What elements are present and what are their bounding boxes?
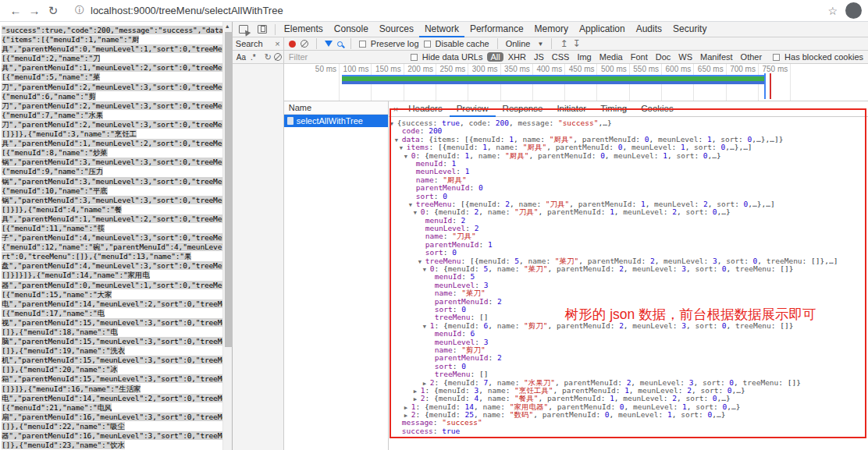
export-har-icon[interactable]: ↧ [572,38,580,49]
preserve-log-label: Preserve log [371,39,419,48]
throttling-dropdown[interactable]: Online [506,39,531,48]
page-scrollbar[interactable]: ▲ [222,22,232,450]
blocked-cookies-checkbox[interactable] [773,54,780,61]
address-bar[interactable]: ⓘ localhost:9000/treeMenu/selectAllWithT… [67,2,812,19]
detail-tab-headers[interactable]: Headers [401,101,449,117]
devtools-tab-audits[interactable]: Audits [631,22,667,37]
import-har-icon[interactable]: ↥ [560,38,567,49]
requests-column-header[interactable]: Name [284,101,388,115]
raw-json-line: 扇","parentMenuId":16,"meunLevel":3,"sort… [2,413,222,422]
page-info-icon[interactable]: ⓘ [75,4,84,17]
raw-json-line: {"items":[{"menuId":1,"name":"厨 [2,35,222,44]
raw-json-line: "success":true,"code":200,"message":"suc… [2,26,222,35]
detail-tab-preview[interactable]: Preview [450,101,496,117]
raw-json-line: [{"menuId":8,"name":"炒菜 [2,148,222,158]
hide-data-urls-checkbox[interactable] [411,54,418,61]
raw-json-line: 箱","parentMenuId":15,"meunLevel":3,"sort… [2,374,222,384]
raw-json-line: 器","parentMenuId":16,"meunLevel":3,"sort… [2,431,222,441]
filter-chip-ws[interactable]: WS [675,52,695,62]
filter-chip-manifest[interactable]: Manifest [697,52,736,62]
document-icon [287,117,293,125]
forward-button[interactable]: → [25,4,44,17]
devtools-tab-sources[interactable]: Sources [374,22,419,37]
disclosure-triangle-open-icon[interactable]: ▼ [390,120,397,128]
match-case-button[interactable]: Aa [237,53,246,62]
raw-json-line: [{"menuId":15,"name":"大家 [2,290,222,299]
raw-json-line: []},{"menuId":19,"name":"洗衣 [2,346,222,356]
filter-chip-font[interactable]: Font [628,52,651,62]
filter-funnel-icon[interactable] [325,41,333,47]
devtools-tab-memory[interactable]: Memory [529,22,574,37]
filter-chip-all[interactable]: All [487,52,503,62]
disclosure-triangle-open-icon[interactable]: ▼ [404,153,411,161]
raw-json-line: {"menuId":9,"name":"压力 [2,167,222,176]
disclosure-triangle-open-icon[interactable]: ▼ [423,323,430,331]
request-detail-pane: × HeadersPreviewResponseInitiatorTimingC… [389,101,868,450]
scrollbar-up-arrow-icon[interactable]: ▲ [223,22,232,31]
browser-window: ← → ↻ ⓘ localhost:9000/treeMenu/selectAl… [0,0,868,450]
search-icon[interactable] [337,41,343,47]
search-clear-icon[interactable] [274,53,282,61]
regex-button[interactable]: .* [251,53,256,62]
preview-expandable-line[interactable]: ▼0: {menuId: 1, name: "厨具", parentMenuId… [389,152,868,160]
raw-json-line: 具","parentMenuId":1,"meunLevel":2,"sort"… [2,63,222,73]
profile-avatar[interactable] [845,2,862,19]
clear-requests-icon[interactable] [301,40,308,48]
disclosure-triangle-open-icon[interactable]: ▼ [414,209,421,217]
detail-tab-cookies[interactable]: Cookies [634,101,681,117]
load-event-line [770,73,771,99]
devtools-tab-application[interactable]: Application [574,22,631,37]
raw-json-line: 机","parentMenuId":15,"meunLevel":3,"sort… [2,356,222,365]
bookmark-star-icon[interactable]: ☆ [827,5,838,17]
network-filter-bar: Hide data URLs AllXHRJSCSSImgMediaFontDo… [284,51,868,64]
detail-close-icon[interactable]: × [393,105,398,114]
browser-toolbar: ← → ↻ ⓘ localhost:9000/treeMenu/selectAl… [0,0,868,22]
divider [275,24,276,35]
raw-json-line: [{"menuId":21,"name":"电风 [2,403,222,413]
filter-chip-media[interactable]: Media [596,52,626,62]
scrollbar-thumb[interactable] [225,32,233,347]
filter-chip-css[interactable]: CSS [549,52,573,62]
devtools-tab-network[interactable]: Network [419,22,464,37]
timeline-tick: 50 ms [308,64,340,101]
detail-tab-timing[interactable]: Timing [593,101,634,117]
raw-json-line: 视","parentMenuId":15,"meunLevel":3,"sort… [2,318,222,328]
devtools-tab-console[interactable]: Console [329,22,374,37]
disclosure-triangle-open-icon[interactable]: ▼ [423,266,430,274]
devtools-tab-elements[interactable]: Elements [279,22,329,37]
record-button[interactable] [289,41,296,48]
inspect-element-icon[interactable] [239,25,248,34]
filter-chip-img[interactable]: Img [574,52,594,62]
devtools-tab-performance[interactable]: Performance [464,22,529,37]
chevron-down-icon: ▼ [537,41,543,48]
preview-line: message: "success" [389,419,868,427]
filter-chip-other[interactable]: Other [738,52,766,62]
back-button[interactable]: ← [6,4,25,17]
preserve-log-checkbox[interactable] [359,41,366,48]
detail-tab-response[interactable]: Response [496,101,550,117]
network-overview-timeline[interactable]: 50 ms100 ms150 ms200 ms250 ms300 ms350 m… [284,64,868,101]
disable-cache-label: Disable cache [436,39,489,48]
device-toolbar-icon[interactable] [258,25,267,34]
divider [497,38,498,49]
preview-expandable-line[interactable]: ▼{success: true, code: 200, message: "su… [389,119,868,127]
filter-chip-doc[interactable]: Doc [653,52,674,62]
preview-line: parentMenuId: 1 [389,241,868,249]
request-row-selectallwithtree[interactable]: selectAllWithTree [284,115,388,127]
raw-json-line: []}]},{"menuId":4,"name":"餐 [2,205,222,214]
reload-button[interactable]: ↻ [44,4,62,18]
devtools-tab-security[interactable]: Security [667,22,712,37]
disable-cache-checkbox[interactable] [424,41,431,48]
raw-json-line: [{"menuId":11,"name":"筷 [2,224,222,233]
detail-tab-initiator[interactable]: Initiator [550,101,593,117]
filter-chip-js[interactable]: JS [531,52,547,62]
search-refresh-icon[interactable]: ↻ [265,52,272,62]
filter-input[interactable] [289,52,406,62]
raw-json-line: {"menuId":7,"name":"水果 [2,111,222,120]
detail-tabbar: × HeadersPreviewResponseInitiatorTimingC… [389,101,868,117]
search-results-empty [233,64,283,450]
search-pane-close-icon[interactable]: × [275,39,279,48]
filter-chip-xhr[interactable]: XHR [505,52,529,62]
divider [551,38,552,49]
blocked-cookies-label: Has blocked cookies [784,52,863,62]
